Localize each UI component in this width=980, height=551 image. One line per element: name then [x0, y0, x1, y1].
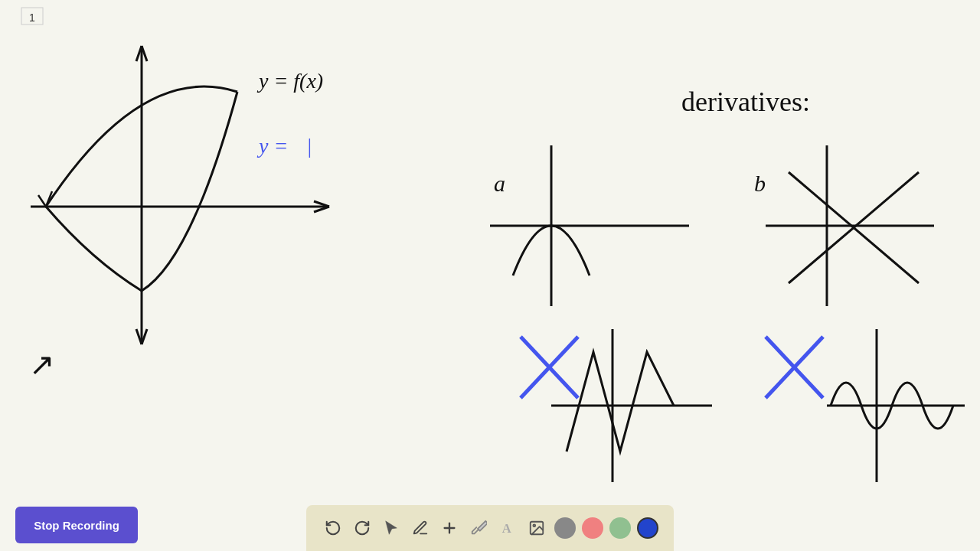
canvas-area[interactable]: 1 y = f(x) y = | ↗ derivatives:	[0, 0, 980, 505]
svg-point-37	[533, 524, 535, 527]
svg-text:↗: ↗	[29, 347, 55, 381]
svg-text:y = f(x): y = f(x)	[256, 69, 323, 93]
text-tool-button[interactable]: A	[496, 517, 519, 540]
undo-button[interactable]	[322, 517, 345, 540]
svg-text:A: A	[502, 521, 511, 536]
add-button[interactable]	[438, 517, 461, 540]
svg-text:1: 1	[29, 11, 35, 24]
svg-text:y =: y =	[256, 134, 288, 158]
svg-line-11	[38, 195, 46, 207]
color-gray[interactable]	[554, 517, 576, 539]
highlighter-button[interactable]	[467, 517, 490, 540]
image-button[interactable]	[525, 517, 548, 540]
color-green[interactable]	[609, 517, 631, 539]
svg-text:b: b	[754, 171, 766, 196]
redo-button[interactable]	[351, 517, 374, 540]
color-blue[interactable]	[637, 517, 658, 539]
toolbar: A	[306, 505, 674, 551]
svg-text:a: a	[494, 171, 505, 196]
select-tool-button[interactable]	[380, 517, 403, 540]
color-pink[interactable]	[582, 517, 603, 539]
stop-recording-button[interactable]: Stop Recording	[15, 507, 138, 543]
svg-text:|: |	[306, 134, 312, 158]
svg-text:derivatives:: derivatives:	[681, 86, 810, 117]
pen-tool-button[interactable]	[409, 517, 432, 540]
